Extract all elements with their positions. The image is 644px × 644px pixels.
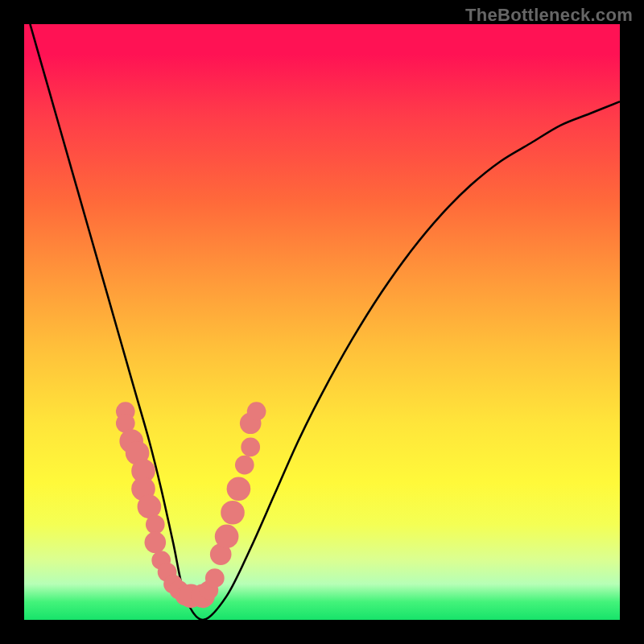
bottleneck-curve (30, 24, 620, 620)
watermark-text: TheBottleneck.com (465, 5, 633, 26)
marker-group (116, 402, 266, 608)
data-marker (146, 515, 165, 535)
data-marker (247, 402, 266, 421)
data-marker (241, 438, 260, 457)
data-marker (227, 477, 251, 501)
data-marker (205, 568, 225, 588)
chart-frame: TheBottleneck.com (0, 0, 644, 644)
data-marker (221, 501, 245, 525)
data-marker (235, 456, 254, 475)
data-marker (144, 531, 166, 553)
data-marker (215, 525, 239, 549)
data-marker (138, 495, 162, 519)
curve-layer (24, 24, 620, 620)
plot-area (24, 24, 620, 620)
